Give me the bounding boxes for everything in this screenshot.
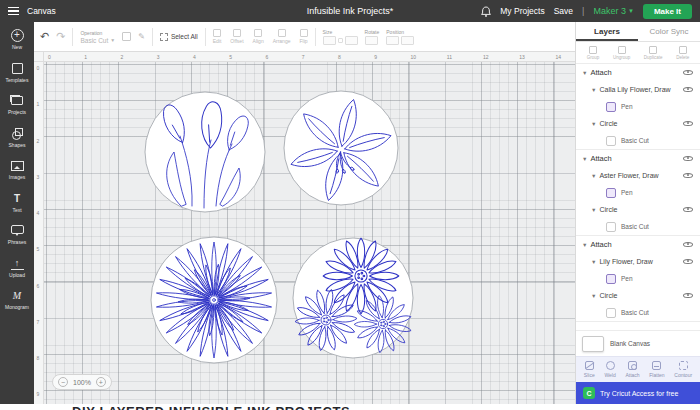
- zoom-level: 100%: [73, 379, 91, 386]
- delete-icon: [679, 46, 687, 54]
- cricut-access-promo[interactable]: C Try Cricut Access for free: [576, 382, 700, 404]
- sidebar-item-new[interactable]: New: [0, 29, 34, 50]
- layer-row[interactable]: ▼Circle: [576, 115, 700, 132]
- operation-dropdown[interactable]: Operation Basic Cut▼: [80, 30, 115, 44]
- width-field[interactable]: [323, 36, 336, 45]
- ruler-number: 7: [302, 54, 305, 60]
- rotate-field[interactable]: [365, 36, 378, 45]
- visibility-eye-icon[interactable]: [683, 257, 693, 267]
- slice-button[interactable]: Slice: [584, 361, 595, 378]
- layer-row[interactable]: ▼Calla Lily Flower, Draw: [576, 81, 700, 98]
- canvas-object-lily[interactable]: [281, 88, 401, 213]
- sidebar-item-text[interactable]: Text: [0, 192, 34, 213]
- chevron-down-icon: ▼: [591, 173, 596, 179]
- flatten-label: Flatten: [649, 372, 664, 378]
- tab-color-sync[interactable]: Color Sync: [638, 22, 700, 41]
- ungroup-button[interactable]: Ungroup: [613, 46, 630, 60]
- undo-icon[interactable]: ↶: [40, 31, 49, 42]
- canvas-object-aster[interactable]: [151, 237, 277, 363]
- ruler-number: 1: [84, 54, 87, 60]
- canvas-object-daisies[interactable]: [293, 238, 413, 358]
- operation-value: Basic Cut: [80, 37, 108, 44]
- canvas-menu-label[interactable]: Canvas: [27, 6, 56, 16]
- attach-group-header[interactable]: ▼Attach: [576, 236, 700, 253]
- visibility-eye-icon[interactable]: [683, 291, 693, 301]
- layer-row[interactable]: ▼Circle: [576, 287, 700, 304]
- color-swatch[interactable]: [122, 32, 131, 41]
- flatten-button[interactable]: Flatten: [649, 361, 664, 378]
- visibility-eye-icon[interactable]: [683, 171, 693, 181]
- sidebar-item-shapes[interactable]: Shapes: [0, 127, 34, 148]
- position-y-field[interactable]: [401, 36, 414, 45]
- boolean-tools-bar: SliceWeldAttachFlattenContour: [576, 356, 700, 382]
- phrases-icon: [11, 224, 24, 237]
- visibility-eye-icon[interactable]: [683, 240, 693, 250]
- visibility-eye-icon[interactable]: [683, 205, 693, 215]
- chevron-down-icon: ▼: [591, 87, 596, 93]
- machine-selector[interactable]: Maker 3▼: [593, 6, 633, 16]
- layer-row[interactable]: ▼Aster Flower, Draw: [576, 167, 700, 184]
- canvas-object-calla-lily[interactable]: [145, 92, 265, 212]
- align-button[interactable]: Align: [253, 29, 264, 45]
- sidebar-item-monogram[interactable]: Monogram: [0, 289, 34, 310]
- layer-operation-row[interactable]: Pen: [576, 270, 700, 287]
- save-link[interactable]: Save: [554, 6, 573, 16]
- operation-label: Operation: [80, 30, 102, 36]
- chevron-down-icon: ▼: [628, 8, 634, 14]
- attach-button[interactable]: Attach: [625, 361, 639, 378]
- offset-button[interactable]: Offset: [230, 29, 243, 45]
- position-x-field[interactable]: [386, 36, 399, 45]
- flip-button[interactable]: Flip: [299, 29, 307, 45]
- redo-icon[interactable]: ↷: [56, 31, 65, 42]
- weld-button[interactable]: Weld: [604, 361, 615, 378]
- sidebar-item-label: Shapes: [9, 142, 26, 148]
- make-it-button[interactable]: Make It: [643, 4, 692, 19]
- ruler-number: 6: [37, 283, 40, 289]
- visibility-eye-icon[interactable]: [683, 119, 693, 129]
- delete-button[interactable]: Delete: [676, 46, 689, 60]
- arrange-button[interactable]: Arrange: [273, 29, 291, 45]
- layer-name: Calla Lily Flower, Draw: [599, 86, 670, 93]
- arrange-label: Arrange: [273, 38, 291, 44]
- sidebar-item-images[interactable]: Images: [0, 159, 34, 180]
- visibility-eye-icon[interactable]: [683, 85, 693, 95]
- sidebar-item-label: Templates: [6, 77, 29, 83]
- duplicate-button[interactable]: Duplicate: [644, 46, 663, 60]
- tab-layers[interactable]: Layers: [576, 22, 638, 41]
- my-projects-link[interactable]: My Projects: [500, 6, 544, 16]
- operation-name: Pen: [621, 189, 633, 196]
- layer-row[interactable]: ▼Circle: [576, 201, 700, 218]
- layer-row[interactable]: ▼Lily Flower, Draw: [576, 253, 700, 270]
- layer-operation-row[interactable]: Basic Cut: [576, 132, 700, 149]
- layer-operation-row[interactable]: Basic Cut: [576, 218, 700, 235]
- layer-operation-row[interactable]: Basic Cut: [576, 304, 700, 321]
- weld-label: Weld: [604, 372, 615, 378]
- attach-group-header[interactable]: ▼Attach: [576, 150, 700, 167]
- contour-button[interactable]: Contour: [674, 361, 692, 378]
- pen-tool-icon[interactable]: ✎: [138, 32, 145, 41]
- sidebar-item-templates[interactable]: Templates: [0, 62, 34, 83]
- visibility-eye-icon[interactable]: [683, 68, 693, 78]
- notifications-bell-icon[interactable]: [481, 6, 491, 17]
- zoom-in-button[interactable]: +: [96, 377, 106, 387]
- zoom-out-button[interactable]: −: [58, 377, 68, 387]
- layer-operation-row[interactable]: Pen: [576, 184, 700, 201]
- visibility-eye-icon[interactable]: [683, 154, 693, 164]
- edit-button[interactable]: Edit: [213, 29, 222, 45]
- menu-icon[interactable]: [8, 7, 19, 15]
- blank-canvas-row[interactable]: Blank Canvas: [576, 330, 700, 356]
- templates-icon: [11, 62, 24, 75]
- group-button[interactable]: Group: [587, 46, 600, 60]
- attach-group-header[interactable]: ▼Attach: [576, 64, 700, 81]
- lock-icon[interactable]: [338, 38, 343, 43]
- chevron-down-icon: ▼: [582, 70, 587, 76]
- layer-operation-row[interactable]: Pen: [576, 98, 700, 115]
- design-canvas[interactable]: − 100% +: [44, 62, 575, 404]
- sidebar-item-upload[interactable]: Upload: [0, 257, 34, 278]
- ruler-number: 9: [37, 391, 40, 397]
- sidebar-item-projects[interactable]: Projects: [0, 94, 34, 115]
- height-field[interactable]: [345, 36, 358, 45]
- position-controls: Position: [386, 29, 414, 45]
- select-all-button[interactable]: Select All: [160, 33, 198, 41]
- sidebar-item-phrases[interactable]: Phrases: [0, 224, 34, 245]
